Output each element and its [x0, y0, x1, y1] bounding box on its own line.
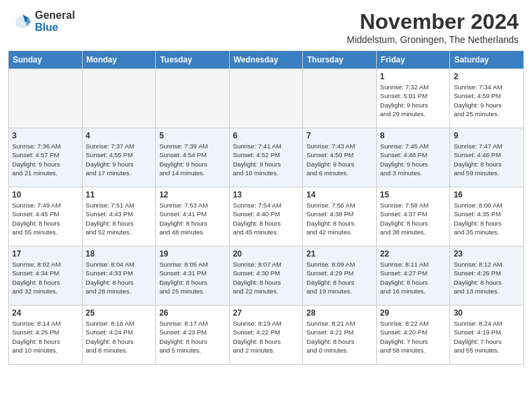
day-info: Sunrise: 7:49 AM Sunset: 4:45 PM Dayligh…	[12, 201, 79, 236]
day-info: Sunrise: 7:41 AM Sunset: 4:52 PM Dayligh…	[233, 142, 300, 177]
calendar-cell: 3Sunrise: 7:36 AM Sunset: 4:57 PM Daylig…	[9, 128, 83, 187]
calendar-cell: 30Sunrise: 8:24 AM Sunset: 4:19 PM Dayli…	[450, 306, 524, 365]
day-info: Sunrise: 7:36 AM Sunset: 4:57 PM Dayligh…	[12, 142, 79, 177]
calendar-week-5: 24Sunrise: 8:14 AM Sunset: 4:25 PM Dayli…	[9, 306, 524, 365]
col-header-thursday: Thursday	[303, 51, 377, 69]
day-number: 23	[453, 249, 520, 259]
day-number: 4	[86, 131, 152, 140]
day-number: 17	[12, 249, 79, 259]
day-info: Sunrise: 7:58 AM Sunset: 4:37 PM Dayligh…	[380, 201, 447, 236]
day-number: 22	[380, 249, 447, 259]
day-info: Sunrise: 7:47 AM Sunset: 4:46 PM Dayligh…	[453, 142, 520, 177]
day-info: Sunrise: 8:17 AM Sunset: 4:23 PM Dayligh…	[159, 319, 226, 355]
day-info: Sunrise: 8:24 AM Sunset: 4:19 PM Dayligh…	[453, 319, 520, 355]
day-info: Sunrise: 8:19 AM Sunset: 4:22 PM Dayligh…	[233, 319, 300, 355]
day-info: Sunrise: 8:21 AM Sunset: 4:21 PM Dayligh…	[306, 319, 373, 355]
calendar-cell: 18Sunrise: 8:04 AM Sunset: 4:33 PM Dayli…	[82, 246, 156, 306]
day-number: 13	[233, 190, 300, 199]
day-number: 25	[86, 308, 152, 318]
calendar-cell: 13Sunrise: 7:54 AM Sunset: 4:40 PM Dayli…	[229, 187, 303, 246]
col-header-friday: Friday	[376, 51, 450, 69]
calendar-week-4: 17Sunrise: 8:02 AM Sunset: 4:34 PM Dayli…	[9, 246, 524, 306]
day-number: 28	[306, 308, 373, 318]
day-number: 9	[453, 131, 520, 140]
calendar-cell: 1Sunrise: 7:32 AM Sunset: 5:01 PM Daylig…	[376, 69, 450, 128]
calendar-cell: 5Sunrise: 7:39 AM Sunset: 4:54 PM Daylig…	[156, 128, 230, 187]
calendar-cell: 21Sunrise: 8:09 AM Sunset: 4:29 PM Dayli…	[303, 246, 377, 306]
title-block: November 2024 Middelstum, Groningen, The…	[347, 9, 519, 45]
day-info: Sunrise: 8:05 AM Sunset: 4:31 PM Dayligh…	[159, 260, 226, 295]
day-info: Sunrise: 8:12 AM Sunset: 4:26 PM Dayligh…	[453, 260, 520, 295]
col-header-sunday: Sunday	[9, 51, 83, 69]
day-info: Sunrise: 7:45 AM Sunset: 4:48 PM Dayligh…	[380, 142, 447, 177]
day-info: Sunrise: 8:16 AM Sunset: 4:24 PM Dayligh…	[86, 319, 152, 355]
location-subtitle: Middelstum, Groningen, The Netherlands	[347, 34, 519, 45]
calendar-week-2: 3Sunrise: 7:36 AM Sunset: 4:57 PM Daylig…	[9, 128, 524, 187]
day-info: Sunrise: 8:02 AM Sunset: 4:34 PM Dayligh…	[12, 260, 79, 295]
calendar-cell: 12Sunrise: 7:53 AM Sunset: 4:41 PM Dayli…	[156, 187, 230, 246]
col-header-saturday: Saturday	[450, 51, 524, 69]
day-number: 8	[380, 131, 447, 140]
calendar-cell: 23Sunrise: 8:12 AM Sunset: 4:26 PM Dayli…	[450, 246, 524, 306]
calendar-cell: 19Sunrise: 8:05 AM Sunset: 4:31 PM Dayli…	[156, 246, 230, 306]
day-info: Sunrise: 8:14 AM Sunset: 4:25 PM Dayligh…	[12, 319, 79, 355]
day-number: 3	[12, 131, 79, 140]
day-number: 16	[453, 190, 520, 199]
calendar-cell: 20Sunrise: 8:07 AM Sunset: 4:30 PM Dayli…	[229, 246, 303, 306]
logo-icon	[13, 12, 32, 31]
day-info: Sunrise: 8:09 AM Sunset: 4:29 PM Dayligh…	[306, 260, 373, 295]
day-info: Sunrise: 8:22 AM Sunset: 4:20 PM Dayligh…	[380, 319, 447, 355]
calendar-cell	[229, 69, 303, 128]
day-number: 30	[453, 308, 520, 318]
calendar-cell: 28Sunrise: 8:21 AM Sunset: 4:21 PM Dayli…	[303, 306, 377, 365]
day-info: Sunrise: 7:51 AM Sunset: 4:43 PM Dayligh…	[86, 201, 152, 236]
col-header-monday: Monday	[82, 51, 156, 69]
calendar-cell: 27Sunrise: 8:19 AM Sunset: 4:22 PM Dayli…	[229, 306, 303, 365]
day-info: Sunrise: 7:32 AM Sunset: 5:01 PM Dayligh…	[380, 83, 447, 118]
day-number: 27	[233, 308, 300, 318]
day-number: 21	[306, 249, 373, 259]
page-header: General Blue November 2024 Middelstum, G…	[0, 0, 532, 50]
day-number: 2	[453, 72, 520, 81]
day-info: Sunrise: 7:53 AM Sunset: 4:41 PM Dayligh…	[159, 201, 226, 236]
day-number: 20	[233, 249, 300, 259]
day-number: 7	[306, 131, 373, 140]
calendar-table: SundayMondayTuesdayWednesdayThursdayFrid…	[8, 50, 524, 365]
calendar-cell: 6Sunrise: 7:41 AM Sunset: 4:52 PM Daylig…	[229, 128, 303, 187]
col-header-tuesday: Tuesday	[156, 51, 230, 69]
calendar-week-1: 1Sunrise: 7:32 AM Sunset: 5:01 PM Daylig…	[9, 69, 524, 128]
day-number: 19	[159, 249, 226, 259]
logo-text: General Blue	[35, 9, 75, 33]
day-number: 15	[380, 190, 447, 199]
day-number: 12	[159, 190, 226, 199]
day-info: Sunrise: 7:56 AM Sunset: 4:38 PM Dayligh…	[306, 201, 373, 236]
calendar-cell: 24Sunrise: 8:14 AM Sunset: 4:25 PM Dayli…	[9, 306, 83, 365]
calendar-cell: 29Sunrise: 8:22 AM Sunset: 4:20 PM Dayli…	[376, 306, 450, 365]
calendar-cell: 2Sunrise: 7:34 AM Sunset: 4:59 PM Daylig…	[450, 69, 524, 128]
calendar-cell	[82, 69, 156, 128]
day-info: Sunrise: 7:34 AM Sunset: 4:59 PM Dayligh…	[453, 83, 520, 118]
day-number: 10	[12, 190, 79, 199]
calendar-cell: 17Sunrise: 8:02 AM Sunset: 4:34 PM Dayli…	[9, 246, 83, 306]
day-number: 24	[12, 308, 79, 318]
calendar-cell: 16Sunrise: 8:00 AM Sunset: 4:35 PM Dayli…	[450, 187, 524, 246]
day-info: Sunrise: 7:37 AM Sunset: 4:55 PM Dayligh…	[86, 142, 152, 177]
calendar-cell: 9Sunrise: 7:47 AM Sunset: 4:46 PM Daylig…	[450, 128, 524, 187]
day-info: Sunrise: 8:00 AM Sunset: 4:35 PM Dayligh…	[453, 201, 520, 236]
logo: General Blue	[13, 9, 75, 33]
day-info: Sunrise: 7:39 AM Sunset: 4:54 PM Dayligh…	[159, 142, 226, 177]
day-info: Sunrise: 7:54 AM Sunset: 4:40 PM Dayligh…	[233, 201, 300, 236]
calendar-cell	[303, 69, 377, 128]
day-number: 1	[380, 72, 447, 81]
calendar-week-3: 10Sunrise: 7:49 AM Sunset: 4:45 PM Dayli…	[9, 187, 524, 246]
day-info: Sunrise: 8:04 AM Sunset: 4:33 PM Dayligh…	[86, 260, 152, 295]
calendar-cell: 8Sunrise: 7:45 AM Sunset: 4:48 PM Daylig…	[376, 128, 450, 187]
day-number: 11	[86, 190, 152, 199]
calendar-cell	[156, 69, 230, 128]
day-number: 14	[306, 190, 373, 199]
calendar-cell: 10Sunrise: 7:49 AM Sunset: 4:45 PM Dayli…	[9, 187, 83, 246]
day-info: Sunrise: 8:11 AM Sunset: 4:27 PM Dayligh…	[380, 260, 447, 295]
day-number: 29	[380, 308, 447, 318]
day-number: 5	[159, 131, 226, 140]
col-header-wednesday: Wednesday	[229, 51, 303, 69]
